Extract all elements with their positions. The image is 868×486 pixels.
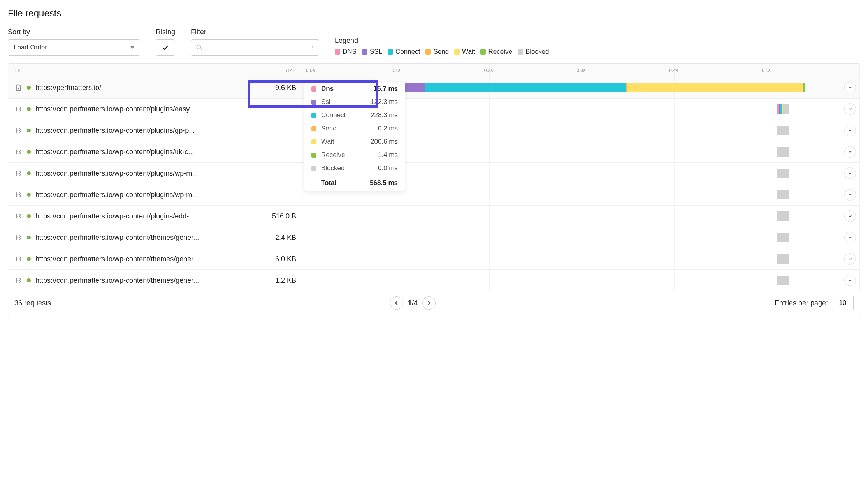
legend-item-connect: Connect xyxy=(388,48,420,56)
table-row[interactable]: https://cdn.perfmatters.io/wp-content/th… xyxy=(8,248,860,270)
table-row[interactable]: https://cdn.perfmatters.io/wp-content/pl… xyxy=(8,184,860,206)
table-header: FILE SIZE 0.0s0.1s0.2s0.3s0.4s0.5s xyxy=(8,64,860,77)
dns-swatch-icon xyxy=(335,49,340,55)
tooltip-row-connect: Connect228.3 ms xyxy=(304,109,405,122)
timeline-tick: 0.3s xyxy=(582,64,675,77)
segment-blocked xyxy=(783,104,789,114)
table-row[interactable]: https://cdn.perfmatters.io/wp-content/pl… xyxy=(8,99,860,120)
chevron-down-icon xyxy=(848,86,852,90)
file-size: 516.0 B xyxy=(214,212,304,220)
send-swatch-icon xyxy=(311,126,316,131)
status-dot-icon xyxy=(27,257,31,261)
tooltip-total-label: Total xyxy=(321,179,365,187)
expand-row-button[interactable] xyxy=(844,82,856,93)
timeline-cell xyxy=(304,227,860,248)
file-url: https://cdn.perfmatters.io/wp-content/pl… xyxy=(35,105,195,113)
check-icon xyxy=(162,44,169,51)
rising-label: Rising xyxy=(156,28,175,36)
table-row[interactable]: https://cdn.perfmatters.io/wp-content/pl… xyxy=(8,120,860,141)
segment-dns xyxy=(777,104,779,114)
segment-blocked xyxy=(777,190,789,199)
segment-wait xyxy=(627,83,803,92)
filter-box[interactable]: .* xyxy=(191,39,319,56)
dns-swatch-icon xyxy=(311,86,316,92)
table-row[interactable]: https://cdn.perfmatters.io/wp-content/pl… xyxy=(8,141,860,163)
chevron-down-icon xyxy=(848,171,852,175)
chevron-down-icon xyxy=(848,193,852,197)
file-url: https://cdn.perfmatters.io/wp-content/pl… xyxy=(35,169,198,178)
entries-input[interactable] xyxy=(832,296,854,310)
sort-label: Sort by xyxy=(8,28,140,36)
chevron-down-icon xyxy=(848,278,852,282)
legend: DNSSSLConnectSendWaitReceiveBlocked xyxy=(335,48,860,56)
timeline-tick: 0.5s xyxy=(767,64,860,77)
braces-icon xyxy=(14,105,22,113)
table-row[interactable]: https://cdn.perfmatters.io/wp-content/pl… xyxy=(8,206,860,227)
legend-item-blocked: Blocked xyxy=(518,48,549,56)
tooltip-total-value: 568.5 ms xyxy=(370,179,398,187)
expand-row-button[interactable] xyxy=(844,189,856,201)
legend-item-dns: DNS xyxy=(335,48,357,56)
expand-row-button[interactable] xyxy=(844,167,856,179)
status-dot-icon xyxy=(27,107,31,111)
blocked-swatch-icon xyxy=(518,49,523,55)
segment-blocked xyxy=(777,233,789,242)
table-row[interactable]: https://perfmatters.io/9.6 KB xyxy=(8,77,860,99)
controls-row: Sort by Load Order Rising Filter .* Lege… xyxy=(8,28,860,56)
segment-blocked xyxy=(777,211,789,221)
status-dot-icon xyxy=(27,150,31,154)
timeline-tick: 0.4s xyxy=(675,64,767,77)
requests-table: FILE SIZE 0.0s0.1s0.2s0.3s0.4s0.5s https… xyxy=(8,63,860,315)
chevron-left-icon xyxy=(395,301,399,305)
braces-icon xyxy=(14,169,22,177)
file-url: https://perfmatters.io/ xyxy=(35,84,101,92)
status-dot-icon xyxy=(27,129,31,132)
connect-swatch-icon xyxy=(311,113,316,118)
braces-icon xyxy=(14,255,22,263)
expand-row-button[interactable] xyxy=(844,103,856,115)
file-url: https://cdn.perfmatters.io/wp-content/pl… xyxy=(35,191,198,199)
tooltip-row-wait: Wait200.6 ms xyxy=(304,135,405,148)
expand-row-button[interactable] xyxy=(844,210,856,222)
timeline-cell xyxy=(304,270,860,291)
chevron-down-icon xyxy=(848,257,852,261)
expand-row-button[interactable] xyxy=(844,275,856,286)
table-row[interactable]: https://cdn.perfmatters.io/wp-content/pl… xyxy=(8,163,860,184)
col-timeline-header: 0.0s0.1s0.2s0.3s0.4s0.5s xyxy=(304,64,860,77)
chevron-down-icon xyxy=(848,214,852,218)
file-size: 6.0 KB xyxy=(214,255,304,263)
ssl-swatch-icon xyxy=(311,100,316,105)
timeline-tick: 0.2s xyxy=(490,64,582,77)
sort-select[interactable]: Load Order xyxy=(8,39,140,56)
expand-row-button[interactable] xyxy=(844,232,856,243)
segment-blocked xyxy=(777,276,789,285)
table-row[interactable]: https://cdn.perfmatters.io/wp-content/th… xyxy=(8,227,860,248)
braces-icon xyxy=(14,276,22,284)
blocked-swatch-icon xyxy=(311,166,316,171)
expand-row-button[interactable] xyxy=(844,146,856,158)
segment-blocked xyxy=(777,254,789,264)
document-icon xyxy=(14,84,22,92)
file-size: 2.4 KB xyxy=(214,234,304,242)
ssl-swatch-icon xyxy=(362,49,367,55)
next-page-button[interactable] xyxy=(422,296,436,310)
send-swatch-icon xyxy=(425,49,431,55)
timeline-tick: 0.0s xyxy=(304,64,397,77)
prev-page-button[interactable] xyxy=(390,296,403,310)
expand-row-button[interactable] xyxy=(844,253,856,265)
col-file-header: FILE xyxy=(8,68,214,73)
rising-toggle[interactable] xyxy=(156,39,175,56)
timeline-cell xyxy=(304,206,860,227)
table-row[interactable]: https://cdn.perfmatters.io/wp-content/th… xyxy=(8,270,860,291)
braces-icon xyxy=(14,212,22,220)
legend-item-receive: Receive xyxy=(480,48,512,56)
wait-swatch-icon xyxy=(454,49,460,55)
tooltip-row-send: Send0.2 ms xyxy=(304,122,405,135)
timeline-cell xyxy=(304,248,860,269)
pagination: 1/4 xyxy=(390,296,436,310)
file-url: https://cdn.perfmatters.io/wp-content/pl… xyxy=(35,127,195,135)
expand-row-button[interactable] xyxy=(844,125,856,136)
chevron-right-icon xyxy=(427,301,431,305)
filter-input[interactable] xyxy=(207,44,306,51)
braces-icon xyxy=(14,148,22,156)
